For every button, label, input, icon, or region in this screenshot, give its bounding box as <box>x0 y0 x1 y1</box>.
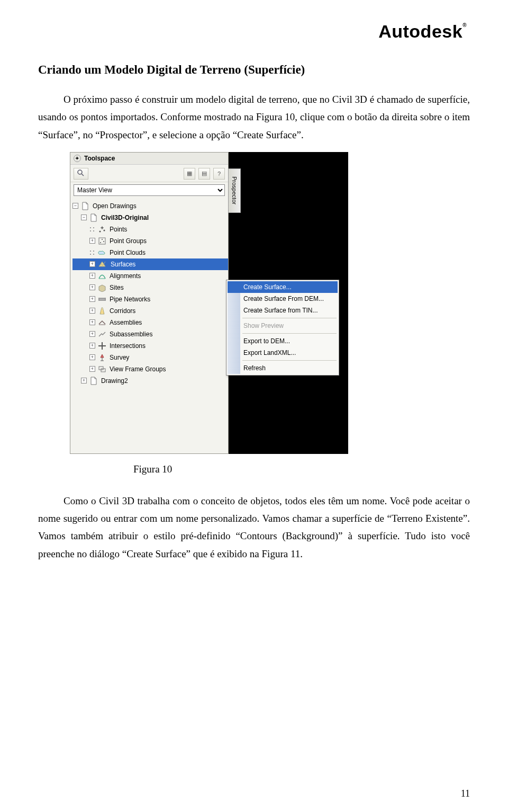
pipes-icon <box>97 295 107 304</box>
expand-icon[interactable]: + <box>89 331 95 337</box>
cloud-icon <box>97 248 107 257</box>
tree-item-surface[interactable]: +Surfaces <box>72 258 228 270</box>
tree-item-label: View Frame Groups <box>110 365 166 373</box>
toolspace-titlebar: ✦ Toolspace <box>70 153 228 165</box>
viewframe-icon <box>97 365 107 373</box>
expand-icon[interactable]: + <box>89 366 95 372</box>
tree-item-pipes[interactable]: +Pipe Networks <box>72 293 228 305</box>
tree-item-label: Point Clouds <box>110 249 146 256</box>
tree-item-points[interactable]: Points <box>72 224 228 235</box>
context-menu-item-label: Export to DEM... <box>243 337 290 345</box>
grid-icon: ▦ <box>187 170 192 177</box>
tree-item-label: Surfaces <box>110 261 137 268</box>
tree-drawing-2[interactable]: +Drawing2 <box>72 375 228 387</box>
context-menu-item[interactable]: Refresh <box>228 362 338 374</box>
surface-icon <box>97 260 107 269</box>
tree-item-alignment[interactable]: +Alignments <box>72 270 228 282</box>
toolbar-search-button[interactable] <box>74 168 88 180</box>
file-icon <box>80 202 90 210</box>
expand-icon[interactable]: + <box>89 354 95 360</box>
expand-icon[interactable]: + <box>89 273 95 279</box>
expand-icon[interactable]: + <box>89 296 95 302</box>
expand-icon[interactable]: + <box>89 308 95 314</box>
brand-text: Autodesk <box>378 21 462 41</box>
tree-item-intersection[interactable]: +Intersections <box>72 340 228 352</box>
toolspace-title: Toolspace <box>84 155 115 162</box>
context-menu-item-label: Create Surface from TIN... <box>243 307 318 314</box>
search-icon <box>77 169 85 179</box>
expand-icon[interactable]: + <box>89 319 95 325</box>
context-menu-item[interactable]: Export LandXML... <box>228 347 338 359</box>
tree-open-drawings[interactable]: −Open Drawings <box>72 200 228 212</box>
prospector-tab-label: Prospector <box>231 176 238 204</box>
intersection-icon <box>97 342 107 350</box>
expand-icon[interactable]: + <box>89 343 95 349</box>
points-icon <box>97 225 107 234</box>
context-menu-item-label: Create Surface From DEM... <box>243 295 324 302</box>
svg-point-6 <box>100 242 101 243</box>
svg-point-8 <box>103 241 104 242</box>
tree-drawing-current[interactable]: −Civil3D-Original <box>72 212 228 224</box>
help-icon: ? <box>217 171 221 177</box>
pointgroups-icon <box>97 237 107 245</box>
collapse-icon[interactable]: − <box>81 215 87 220</box>
toolbar-help-button[interactable]: ? <box>213 168 225 180</box>
tree-item-label: Civil3D-Original <box>101 214 149 221</box>
context-menu-item-label: Create Surface... <box>243 283 292 291</box>
expand-icon[interactable]: + <box>89 284 95 290</box>
svg-rect-9 <box>99 298 105 300</box>
context-menu-item[interactable]: Create Surface From DEM... <box>228 293 338 305</box>
expand-icon[interactable]: + <box>89 261 95 267</box>
svg-point-7 <box>102 239 103 240</box>
context-menu-item[interactable]: Export to DEM... <box>228 335 338 347</box>
figure-caption: Figura 10 <box>133 463 172 475</box>
tree-item-corridor[interactable]: +Corridors <box>72 305 228 317</box>
corridor-icon <box>97 307 107 315</box>
tree-item-assembly[interactable]: +Assemblies <box>72 317 228 328</box>
subassembly-icon <box>97 330 107 338</box>
screenshot-toolspace: ✦ Toolspace ▦ ▤ ? <box>70 152 348 454</box>
view-dropdown[interactable]: Master View <box>74 184 225 196</box>
toolspace-palette: ✦ Toolspace ▦ ▤ ? <box>70 152 229 454</box>
prospector-tree: −Open Drawings−Civil3D-OriginalPoints+Po… <box>70 198 228 449</box>
svg-rect-5 <box>99 238 105 244</box>
prospector-tab[interactable]: Prospector <box>228 168 241 213</box>
tree-item-pointgroups[interactable]: +Point Groups <box>72 235 228 247</box>
collapse-icon[interactable]: − <box>72 203 78 209</box>
context-menu-separator <box>242 318 337 318</box>
tree-item-cloud[interactable]: Point Clouds <box>72 247 228 258</box>
toolspace-toolbar: ▦ ▤ ? <box>70 165 228 182</box>
context-menu-item[interactable]: Create Surface from TIN... <box>228 305 338 316</box>
tree-item-label: Points <box>110 226 127 233</box>
tree-item-label: Survey <box>110 354 129 361</box>
paragraph-1: O próximo passo é construir um modelo di… <box>38 91 470 144</box>
figure-10: ✦ Toolspace ▦ ▤ ? <box>70 152 470 475</box>
svg-line-1 <box>81 174 84 176</box>
toolbar-button-1[interactable]: ▦ <box>184 168 195 180</box>
section-heading: Criando um Modelo Digital de Terreno (Su… <box>38 63 470 77</box>
tree-item-label: Intersections <box>110 342 146 350</box>
toolbar-button-2[interactable]: ▤ <box>198 168 210 180</box>
tree-item-label: Alignments <box>110 272 141 280</box>
tree-item-viewframe[interactable]: +View Frame Groups <box>72 363 228 375</box>
tree-item-subassembly[interactable]: +Subassemblies <box>72 328 228 340</box>
context-menu-item-label: Refresh <box>243 364 266 372</box>
context-menu: Create Surface...Create Surface From DEM… <box>226 280 339 376</box>
expand-icon[interactable]: + <box>81 378 87 383</box>
doc-icon: ▤ <box>202 170 207 177</box>
context-menu-item[interactable]: Create Surface... <box>228 281 338 293</box>
tree-connector-icon <box>89 226 95 232</box>
tree-item-label: Subassemblies <box>110 331 152 338</box>
tree-item-label: Corridors <box>110 307 135 315</box>
svg-rect-11 <box>105 298 106 301</box>
paragraph-2: Como o Civil 3D trabalha com o conceito … <box>38 492 470 563</box>
svg-point-4 <box>104 229 105 231</box>
sites-icon <box>97 283 107 292</box>
tree-item-label: Assemblies <box>110 319 142 326</box>
context-menu-item-label: Export LandXML... <box>243 349 296 356</box>
tree-item-survey[interactable]: +Survey <box>72 352 228 363</box>
tree-item-sites[interactable]: +Sites <box>72 282 228 293</box>
context-menu-item: Show Preview <box>228 320 338 332</box>
expand-icon[interactable]: + <box>89 238 95 244</box>
svg-point-0 <box>78 170 82 174</box>
